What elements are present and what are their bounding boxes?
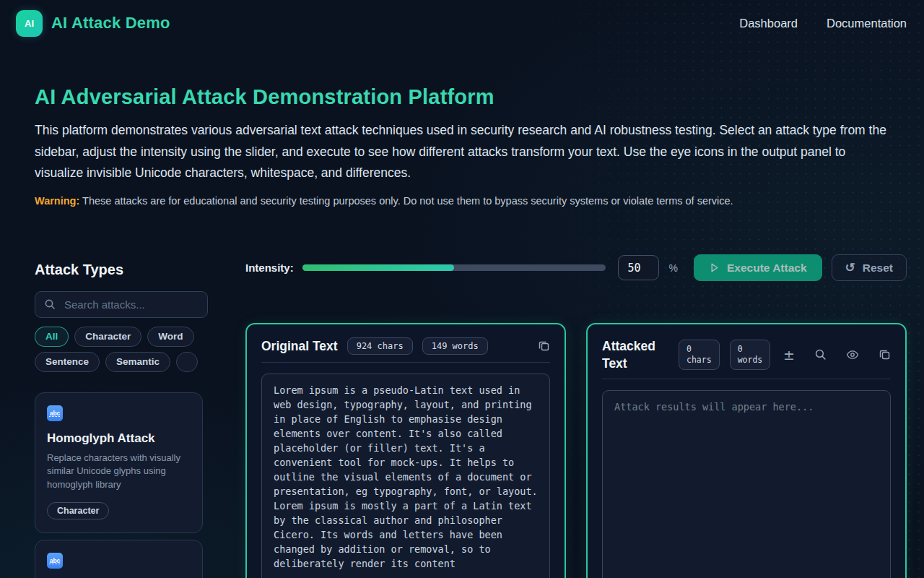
content: Intensity: % Execute Attack ↺ Reset <box>245 254 907 578</box>
execute-attack-button[interactable]: Execute Attack <box>694 254 822 281</box>
page-description: This platform demonstrates various adver… <box>35 120 889 184</box>
filter-chips: All Character Word Sentence Semantic <box>35 327 208 372</box>
attack-card-homoglyph[interactable]: abc Homoglyph Attack Replace characters … <box>35 392 203 534</box>
nav-documentation[interactable]: Documentation <box>827 17 907 30</box>
original-words-badge: 149 words <box>422 337 488 355</box>
attacked-panel-header: Attacked Text 0chars 0words ± <box>602 337 891 372</box>
sidebar: Attack Types All Character Word Sentence… <box>35 254 208 578</box>
attack-card-description: Replace characters with visually similar… <box>47 452 191 492</box>
attacked-panel-title: Attacked Text <box>602 337 668 372</box>
main: Attack Types All Character Word Sentence… <box>0 208 924 578</box>
eye-icon <box>846 348 859 361</box>
sidebar-title: Attack Types <box>35 262 208 278</box>
warning-line: Warning: These attacks are for education… <box>35 194 889 208</box>
app-title: AI Attack Demo <box>51 14 170 33</box>
reset-label: Reset <box>863 262 893 275</box>
reset-button[interactable]: ↺ Reset <box>832 254 907 281</box>
filter-chip-character[interactable]: Character <box>74 327 141 347</box>
abc-icon: abc <box>47 405 63 421</box>
search-icon <box>44 298 56 310</box>
hero: AI Adversarial Attack Demonstration Plat… <box>0 85 924 208</box>
page-title: AI Adversarial Attack Demonstration Plat… <box>35 85 889 109</box>
original-panel-title: Original Text <box>261 337 338 355</box>
intensity-label: Intensity: <box>245 262 294 274</box>
visibility-button[interactable] <box>846 348 859 361</box>
nav-dashboard[interactable]: Dashboard <box>739 17 798 30</box>
original-panel-header: Original Text 924 chars 149 words <box>261 337 550 355</box>
brand: AI AI Attack Demo <box>16 10 170 37</box>
copy-icon <box>538 340 550 352</box>
diff-toggle-button[interactable]: ± <box>783 347 795 363</box>
toolbar: Intensity: % Execute Attack ↺ Reset <box>245 254 907 282</box>
header-nav: Dashboard Documentation <box>739 17 907 30</box>
filter-chip-word[interactable]: Word <box>147 327 193 347</box>
warning-text: These attacks are for educational and se… <box>79 195 733 207</box>
attack-card-tag: Character <box>47 502 109 519</box>
play-icon <box>709 262 720 273</box>
page: AI AI Attack Demo Dashboard Documentatio… <box>0 0 924 578</box>
search-box <box>35 291 208 318</box>
copy-icon <box>879 348 891 361</box>
original-text-panel: Original Text 924 chars 149 words <box>245 323 566 578</box>
warning-label: Warning: <box>35 195 79 207</box>
execute-attack-label: Execute Attack <box>727 262 807 275</box>
attacked-text-panel: Attacked Text 0chars 0words ± <box>586 323 907 578</box>
app-logo: AI <box>16 10 43 37</box>
filter-chip-semantic[interactable]: Semantic <box>105 352 170 372</box>
panel-divider <box>602 379 891 379</box>
filter-chip-empty[interactable] <box>176 352 198 372</box>
copy-button[interactable] <box>879 348 891 361</box>
attacked-chars-badge: 0chars <box>679 340 720 370</box>
attacked-panel-actions: ± <box>783 347 891 363</box>
copy-button[interactable] <box>538 340 550 352</box>
panels: Original Text 924 chars 149 words <box>245 323 907 578</box>
filter-chip-sentence[interactable]: Sentence <box>35 352 100 372</box>
filter-chip-all[interactable]: All <box>35 327 69 347</box>
inspect-button[interactable] <box>814 348 827 361</box>
panel-divider <box>261 362 550 363</box>
search-input[interactable] <box>35 291 208 318</box>
attack-card-title: Homoglyph Attack <box>47 431 191 446</box>
original-text-area[interactable]: Lorem ipsum is a pseudo-Latin text used … <box>261 374 550 578</box>
attack-card-character-level[interactable]: abc Character-Level Attack Swap adjacent… <box>35 540 203 578</box>
intensity-value-input[interactable] <box>618 255 659 280</box>
intensity-slider-fill <box>302 264 454 271</box>
attacked-words-badge: 0words <box>730 340 771 370</box>
intensity-unit: % <box>669 262 678 274</box>
abc-icon: abc <box>47 553 63 569</box>
attacked-output-area[interactable] <box>602 390 891 578</box>
intensity-slider[interactable] <box>302 264 606 271</box>
header: AI AI Attack Demo Dashboard Documentatio… <box>0 0 924 46</box>
search-icon <box>814 348 827 361</box>
original-chars-badge: 924 chars <box>347 337 413 355</box>
reset-icon: ↺ <box>845 262 855 274</box>
